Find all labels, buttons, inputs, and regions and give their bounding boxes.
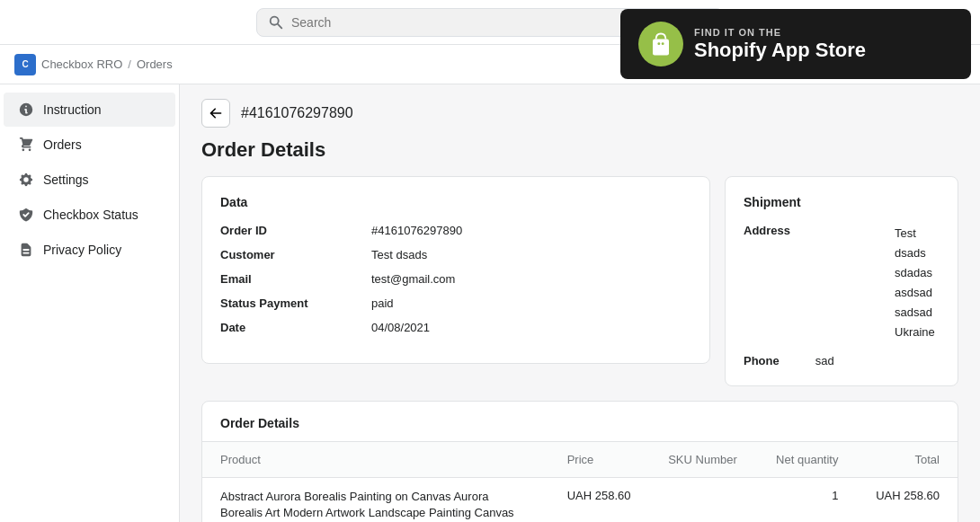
sidebar-item-settings[interactable]: Settings xyxy=(4,163,175,197)
sidebar: Instruction Orders Settings Checkbox Sta… xyxy=(0,84,180,522)
shopify-app-store-label: Shopify App Store xyxy=(694,40,866,61)
page-title: Order Details xyxy=(180,138,980,176)
breadcrumb-section: Orders xyxy=(137,58,173,71)
date-label: Date xyxy=(220,321,364,334)
svg-rect-2 xyxy=(662,42,664,45)
table-header-row: Product Price SKU Number Net quantity To… xyxy=(202,442,958,478)
order-header: #4161076297890 xyxy=(180,84,980,138)
search-icon xyxy=(268,14,284,31)
row-product: Abstract Aurora Borealis Painting on Can… xyxy=(202,477,549,522)
sidebar-item-checkbox-status-label: Checkbox Status xyxy=(43,208,138,222)
sidebar-item-checkbox-status[interactable]: Checkbox Status xyxy=(4,198,175,232)
info-icon xyxy=(18,102,34,118)
col-price: Price xyxy=(549,442,650,478)
back-button[interactable] xyxy=(201,99,230,128)
address-block: Test dsads sdadas asdsad sadsad Ukraine xyxy=(895,224,940,343)
svg-rect-1 xyxy=(657,42,660,45)
phone-label: Phone xyxy=(744,354,780,367)
sidebar-item-instruction-label: Instruction xyxy=(43,102,102,117)
order-number: #4161076297890 xyxy=(241,105,353,121)
status-payment-value: paid xyxy=(371,296,394,310)
sidebar-item-privacy-policy[interactable]: Privacy Policy xyxy=(4,233,175,267)
phone-row: Phone sad xyxy=(744,354,940,367)
address-section: Address Test dsads sdadas asdsad sadsad … xyxy=(744,224,940,343)
customer-label: Customer xyxy=(220,248,364,261)
data-card: Data Order ID #4161076297890 Customer Te… xyxy=(201,176,710,364)
order-table: Product Price SKU Number Net quantity To… xyxy=(202,442,958,522)
address-line-5: Ukraine xyxy=(895,323,940,342)
col-total: Total xyxy=(856,442,958,478)
sidebar-item-privacy-policy-label: Privacy Policy xyxy=(43,243,121,257)
col-sku: SKU Number xyxy=(650,442,756,478)
email-label: Email xyxy=(220,272,364,286)
product-name: Abstract Aurora Borealis Painting on Can… xyxy=(220,489,526,522)
customer-value: Test dsads xyxy=(371,248,427,261)
row-price: UAH 258.60 xyxy=(549,477,650,522)
shopify-text: FIND IT ON THE Shopify App Store xyxy=(694,27,866,61)
order-details-card-title: Order Details xyxy=(202,402,958,442)
address-line-3: asdsad xyxy=(895,283,940,303)
order-id-value: #4161076297890 xyxy=(371,224,462,237)
order-id-label: Order ID xyxy=(220,224,364,237)
data-row-order-id: Order ID #4161076297890 xyxy=(220,224,691,237)
address-line-2: sdadas xyxy=(895,263,940,283)
data-row-customer: Customer Test dsads xyxy=(220,248,691,261)
order-details-card: Order Details Product Price SKU Number N… xyxy=(201,401,958,522)
breadcrumb-separator: / xyxy=(128,58,131,71)
date-value: 04/08/2021 xyxy=(371,321,430,334)
content-area: #4161076297890 Order Details Data Order … xyxy=(180,84,980,522)
shopify-bag-icon xyxy=(645,28,677,60)
shopify-logo xyxy=(638,22,683,66)
row-total: UAH 258.60 xyxy=(856,477,958,522)
col-net-quantity: Net quantity xyxy=(756,442,856,478)
sidebar-item-orders-label: Orders xyxy=(43,137,82,152)
email-value: test@gmail.com xyxy=(371,272,455,286)
document-icon xyxy=(18,242,34,258)
row-sku xyxy=(650,477,756,522)
shipment-card-title: Shipment xyxy=(744,195,940,209)
cards-row: Data Order ID #4161076297890 Customer Te… xyxy=(180,176,980,401)
data-row-email: Email test@gmail.com xyxy=(220,272,691,286)
row-net-quantity: 1 xyxy=(756,477,856,522)
main-layout: Instruction Orders Settings Checkbox Sta… xyxy=(0,84,980,522)
breadcrumb-app-link[interactable]: Checkbox RRO xyxy=(41,58,122,71)
shopify-banner[interactable]: FIND IT ON THE Shopify App Store xyxy=(620,9,971,79)
svg-rect-0 xyxy=(653,40,669,56)
shield-icon xyxy=(18,207,34,223)
sidebar-item-settings-label: Settings xyxy=(43,173,89,187)
settings-icon xyxy=(18,172,34,188)
data-row-date: Date 04/08/2021 xyxy=(220,321,691,334)
sidebar-item-instruction[interactable]: Instruction xyxy=(4,93,175,127)
data-row-status-payment: Status Payment paid xyxy=(220,296,691,310)
arrow-left-icon xyxy=(209,106,223,120)
shipment-card: Shipment Address Test dsads sdadas asdsa… xyxy=(725,176,958,386)
phone-value: sad xyxy=(815,354,834,367)
address-line-4: sadsad xyxy=(895,303,940,323)
table-row: Abstract Aurora Borealis Painting on Can… xyxy=(202,477,958,522)
address-label: Address xyxy=(744,224,887,237)
app-icon: C xyxy=(14,54,36,75)
address-line-1: Test dsads xyxy=(895,224,940,263)
sidebar-item-orders[interactable]: Orders xyxy=(4,128,175,162)
col-product: Product xyxy=(202,442,549,478)
orders-icon xyxy=(18,137,34,153)
shopify-find-it-label: FIND IT ON THE xyxy=(694,27,866,38)
status-payment-label: Status Payment xyxy=(220,296,364,310)
data-card-title: Data xyxy=(220,195,691,209)
